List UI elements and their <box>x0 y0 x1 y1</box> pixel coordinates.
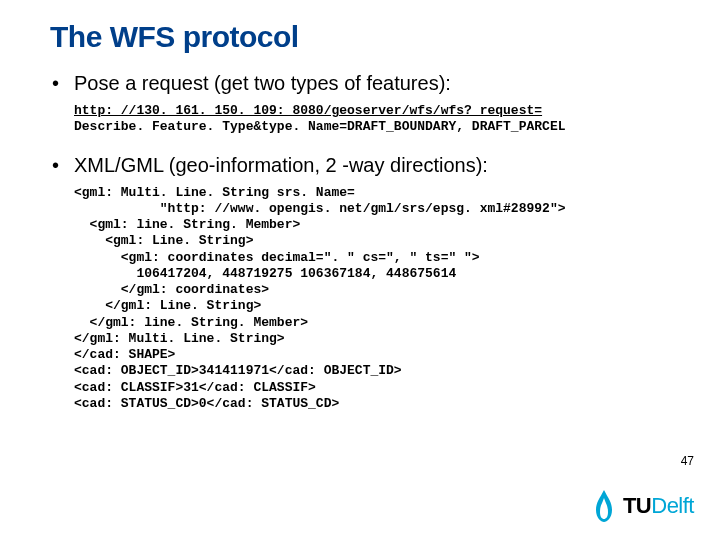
logo-tu: TU <box>623 493 651 518</box>
page-number: 47 <box>681 454 694 468</box>
bullet-item-1: Pose a request (get two types of feature… <box>50 72 720 95</box>
code-block-1: http: //130. 161. 150. 109: 8080/geoserv… <box>74 103 720 136</box>
bullet-item-2: XML/GML (geo-information, 2 -way directi… <box>50 154 720 177</box>
bullet-list: Pose a request (get two types of feature… <box>50 72 720 95</box>
bullet-text-1: Pose a request (get two types of feature… <box>74 72 451 94</box>
bullet-text-2: XML/GML (geo-information, 2 -way directi… <box>74 154 488 176</box>
code-url-line1: http: //130. 161. 150. 109: 8080/geoserv… <box>74 103 542 118</box>
logo-text: TUDelft <box>623 493 694 519</box>
slide: The WFS protocol Pose a request (get two… <box>0 0 720 540</box>
logo-tudelft: TUDelft <box>591 488 694 524</box>
logo-delft: Delft <box>651 493 694 518</box>
bullet-list-2: XML/GML (geo-information, 2 -way directi… <box>50 154 720 177</box>
code-block-2: <gml: Multi. Line. String srs. Name= "ht… <box>74 185 720 413</box>
slide-title: The WFS protocol <box>50 20 720 54</box>
code-url-line2: Describe. Feature. Type&type. Name=DRAFT… <box>74 119 565 134</box>
flame-icon <box>591 488 617 524</box>
